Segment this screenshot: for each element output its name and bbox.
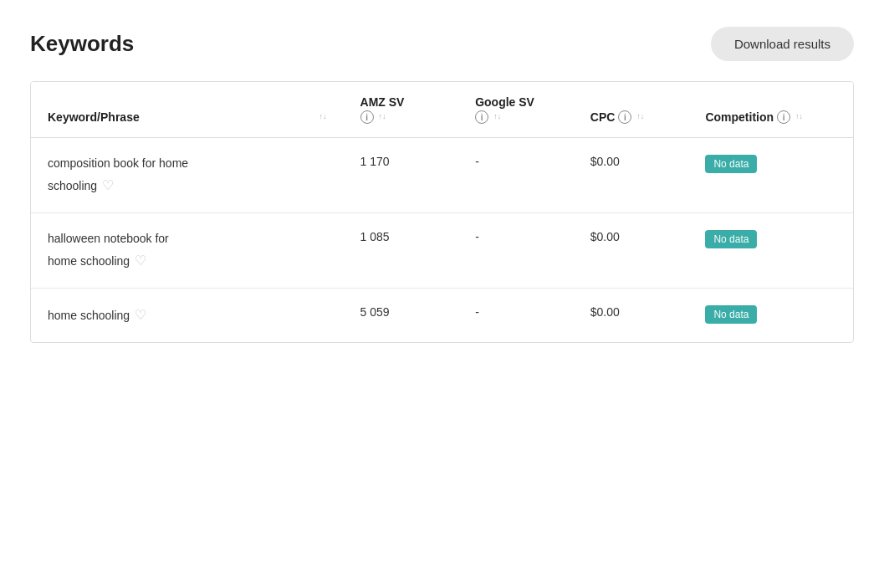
amzsv-label-top: AMZ SV [360, 95, 442, 109]
keywords-table: Keyword/Phrase ↑↓ AMZ SV i ↑↓ Google SV [31, 82, 853, 342]
cpc-label: CPC [590, 110, 616, 124]
cpc-cell: $0.00 [574, 138, 689, 213]
keyword-line1: composition book for home [48, 155, 327, 172]
table-body: composition book for homeschooling♡1 170… [31, 138, 853, 343]
page-container: Keywords Download results Keyword/Phrase… [0, 0, 884, 370]
col-header-googlesv: Google SV i ↑↓ [458, 82, 574, 138]
amzsv-sort-icon[interactable]: ↑↓ [379, 113, 386, 121]
download-results-button[interactable]: Download results [711, 27, 854, 61]
keywords-table-wrapper: Keyword/Phrase ↑↓ AMZ SV i ↑↓ Google SV [30, 81, 854, 343]
header: Keywords Download results [30, 27, 854, 61]
no-data-badge: No data [705, 305, 757, 324]
favorite-icon[interactable]: ♡ [135, 305, 146, 325]
favorite-icon[interactable]: ♡ [102, 176, 114, 196]
googlesv-sort-icon[interactable]: ↑↓ [493, 113, 501, 121]
table-row: home schooling♡5 059-$0.00No data [31, 289, 853, 343]
keyword-text: home schooling [48, 307, 130, 325]
page-title: Keywords [30, 31, 134, 57]
amzsv-cell: 5 059 [344, 289, 459, 343]
googlesv-cell: - [458, 289, 574, 343]
cpc-cell: $0.00 [574, 213, 689, 289]
keyword-sort-icon[interactable]: ↑↓ [319, 113, 327, 121]
amzsv-cell: 1 085 [344, 213, 459, 289]
keyword-cell: composition book for homeschooling♡ [31, 138, 344, 213]
cpc-sort-icon[interactable]: ↑↓ [636, 113, 644, 121]
competition-sort-icon[interactable]: ↑↓ [795, 113, 803, 121]
competition-cell: No data [688, 213, 853, 289]
table-row: halloween notebook forhome schooling♡1 0… [31, 213, 853, 289]
table-row: composition book for homeschooling♡1 170… [31, 138, 853, 213]
col-header-keyword: Keyword/Phrase ↑↓ [31, 82, 344, 138]
table-header-row: Keyword/Phrase ↑↓ AMZ SV i ↑↓ Google SV [31, 82, 853, 138]
googlesv-cell: - [458, 213, 574, 289]
col-keyword-label: Keyword/Phrase [48, 110, 140, 124]
cpc-info-icon[interactable]: i [618, 110, 631, 124]
col-header-cpc: CPC i ↑↓ [574, 82, 689, 138]
keyword-cell: halloween notebook forhome schooling♡ [31, 213, 344, 289]
competition-info-icon[interactable]: i [777, 110, 790, 124]
keyword-cell: home schooling♡ [31, 289, 344, 343]
amzsv-cell: 1 170 [344, 138, 459, 213]
keyword-text: home schooling [48, 253, 130, 270]
amzsv-info-icon[interactable]: i [360, 110, 374, 124]
keyword-line1: halloween notebook for [48, 230, 327, 248]
googlesv-label-top: Google SV [475, 95, 557, 109]
no-data-badge: No data [705, 230, 757, 248]
favorite-icon[interactable]: ♡ [135, 251, 146, 271]
googlesv-info-icon[interactable]: i [475, 110, 488, 124]
keyword-line2: home schooling♡ [48, 305, 327, 325]
competition-cell: No data [688, 138, 853, 213]
keyword-line2: schooling♡ [48, 176, 327, 196]
keyword-line2: home schooling♡ [48, 251, 327, 271]
col-header-competition: Competition i ↑↓ [688, 82, 853, 138]
no-data-badge: No data [705, 155, 757, 173]
col-header-amzsv: AMZ SV i ↑↓ [344, 82, 459, 138]
keyword-text: schooling [48, 177, 97, 195]
googlesv-cell: - [458, 138, 574, 213]
competition-label: Competition [705, 110, 774, 124]
cpc-cell: $0.00 [574, 289, 689, 343]
competition-cell: No data [688, 289, 853, 343]
